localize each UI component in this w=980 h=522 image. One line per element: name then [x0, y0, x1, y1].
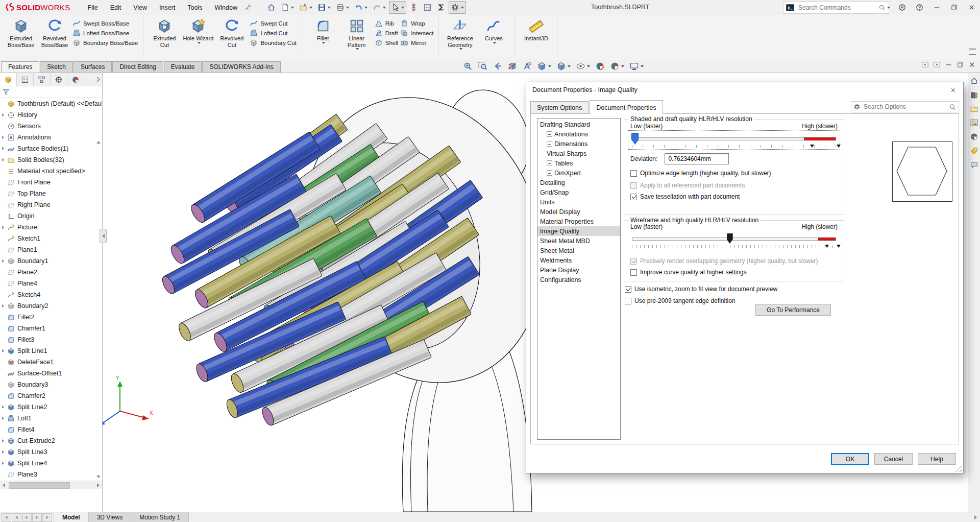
- search-dropdown-icon[interactable]: [887, 7, 890, 9]
- save-dropdown-icon[interactable]: [328, 7, 331, 9]
- ribbon-wrap[interactable]: Wrap: [400, 19, 433, 28]
- save-tessellation-checkbox[interactable]: [630, 194, 637, 200]
- menu-edit[interactable]: Edit: [105, 2, 127, 13]
- save-button[interactable]: [315, 1, 333, 14]
- apply-scene-dropdown-icon[interactable]: [621, 65, 624, 67]
- tree-item-front-plane[interactable]: Front Plane: [0, 177, 102, 188]
- optimize-edge-length-checkbox[interactable]: [630, 170, 637, 177]
- shaded-quality-slider[interactable]: [628, 131, 840, 149]
- tree-item-sketch1[interactable]: Sketch1: [0, 233, 102, 244]
- options-search-icon[interactable]: [949, 103, 957, 111]
- hide-show-items-button[interactable]: [575, 61, 591, 72]
- ribbon-hole-wizard-dropdown-icon[interactable]: [198, 42, 201, 44]
- dialog-tree-item-grid-snap[interactable]: Grid/Snap: [537, 187, 620, 197]
- file-explorer-button[interactable]: [970, 104, 978, 113]
- panel-tab-property-manager[interactable]: [17, 73, 34, 86]
- ribbon-fillet-dropdown-icon[interactable]: [322, 42, 325, 44]
- redo-dropdown-icon[interactable]: [383, 7, 386, 9]
- ribbon-swept-boss-base[interactable]: Swept Boss/Base: [72, 19, 138, 28]
- open-file-button[interactable]: [297, 1, 314, 14]
- rebuild-button[interactable]: [407, 1, 420, 14]
- annotations-visibility-button[interactable]: [521, 61, 533, 72]
- tab-model[interactable]: Model: [54, 512, 89, 522]
- ribbon-extruded-cut[interactable]: Extruded Cut: [149, 17, 180, 48]
- menu-tools[interactable]: Tools: [182, 2, 207, 13]
- nav-next-button[interactable]: [22, 513, 32, 522]
- dialog-tree-item-virtual-sharps[interactable]: Virtual Sharps: [537, 149, 620, 158]
- display-style-dropdown-icon[interactable]: [568, 65, 571, 67]
- tree-item-plane3[interactable]: Plane3: [0, 469, 102, 480]
- expand-plus-icon[interactable]: [547, 160, 552, 166]
- tree-item-split-line2[interactable]: Split Line2: [0, 401, 102, 413]
- edit-appearance-button[interactable]: [594, 61, 606, 72]
- expand-icon[interactable]: [2, 349, 4, 352]
- tree-item-deleteface1[interactable]: DeleteFace1: [0, 357, 102, 368]
- ribbon-reference-geometry[interactable]: Reference Geometry: [444, 17, 476, 50]
- zoom-area-button[interactable]: [477, 61, 488, 72]
- tree-item-solid-bodies-32[interactable]: Solid Bodies(32): [0, 154, 102, 165]
- tree-item-history[interactable]: History: [0, 109, 102, 121]
- ribbon-collapse-icon[interactable]: [969, 49, 976, 55]
- next-window-icon[interactable]: [933, 61, 941, 68]
- tree-item-boundary3[interactable]: Boundary3: [0, 379, 102, 390]
- ribbon-boundary-cut[interactable]: Boundary Cut: [250, 39, 296, 47]
- tab-motion-study-1[interactable]: Motion Study 1: [131, 512, 189, 522]
- section-view-button[interactable]: [506, 61, 518, 72]
- design-library-button[interactable]: [970, 90, 978, 99]
- tree-item-boundary1[interactable]: Boundary1: [0, 255, 102, 267]
- dialog-tree-item-drafting-standard[interactable]: Drafting Standard: [537, 120, 620, 129]
- dialog-tree-item-configurations[interactable]: Configurations: [537, 275, 620, 284]
- ribbon-shell[interactable]: Shell: [375, 39, 399, 47]
- display-style-button[interactable]: [555, 61, 572, 72]
- previous-window-icon[interactable]: [921, 61, 929, 68]
- expand-icon[interactable]: [2, 113, 4, 116]
- apply-scene-button[interactable]: [609, 61, 625, 72]
- ribbon-curves-dropdown-icon[interactable]: [493, 42, 496, 44]
- menu-file[interactable]: File: [83, 2, 103, 13]
- dialog-tree-item-model-display[interactable]: Model Display: [537, 207, 620, 217]
- ribbon-intersect[interactable]: Intersect: [400, 29, 433, 37]
- pre-2009-tangent-checkbox[interactable]: [625, 298, 631, 304]
- ribbon-boundary-boss-base[interactable]: Boundary Boss/Base: [72, 39, 138, 47]
- dialog-tree-item-dimensions[interactable]: Dimensions: [537, 139, 620, 149]
- tree-item-cut-extrude2[interactable]: Cut-Extrude2: [0, 435, 102, 446]
- menu-view[interactable]: View: [128, 2, 152, 13]
- tree-item-annotations[interactable]: Annotations: [0, 132, 102, 143]
- expand-plus-icon[interactable]: [547, 131, 552, 137]
- nav-first-button[interactable]: [2, 513, 11, 522]
- panel-expand-icon[interactable]: [92, 73, 102, 86]
- redo-button[interactable]: [371, 1, 388, 14]
- tree-item-split-line1[interactable]: Split Line1: [0, 345, 102, 357]
- go-to-performance-button[interactable]: Go To Performance: [755, 304, 831, 316]
- tree-scroll-up-icon[interactable]: [96, 141, 101, 144]
- options-search-box[interactable]: [851, 101, 959, 112]
- expand-icon[interactable]: [2, 439, 4, 442]
- doc-restore-icon[interactable]: [957, 61, 964, 68]
- panel-splitter-handle[interactable]: [100, 229, 107, 243]
- tab-3d-views[interactable]: 3D Views: [89, 512, 131, 522]
- expand-icon[interactable]: [2, 462, 4, 465]
- dialog-tree-item-plane-display[interactable]: Plane Display: [537, 265, 620, 275]
- tree-item-origin[interactable]: Origin: [0, 210, 102, 222]
- search-icon[interactable]: [878, 4, 886, 11]
- tree-item-loft1[interactable]: Loft1: [0, 413, 102, 424]
- zoom-fit-button[interactable]: [462, 61, 474, 72]
- expand-icon[interactable]: [2, 406, 4, 409]
- tree-item-split-line3[interactable]: Split Line3: [0, 446, 102, 458]
- expand-icon[interactable]: [2, 158, 4, 161]
- select-dropdown-icon[interactable]: [401, 7, 404, 9]
- tab-document-properties[interactable]: Document Properties: [590, 100, 663, 114]
- tab-direct-editing[interactable]: Direct Editing: [112, 61, 163, 73]
- close-button[interactable]: [963, 0, 980, 15]
- tab-system-options[interactable]: System Options: [530, 101, 589, 114]
- tree-scroll-down-icon[interactable]: [96, 476, 101, 478]
- undo-dropdown-icon[interactable]: [364, 7, 368, 9]
- tree-item-plane4[interactable]: Plane4: [0, 278, 102, 289]
- dialog-tree-item-tables[interactable]: Tables: [537, 158, 620, 168]
- menu-insert[interactable]: Insert: [154, 2, 180, 13]
- tree-item-fillet4[interactable]: Fillet4: [0, 424, 102, 435]
- pin-icon[interactable]: [243, 4, 252, 12]
- ribbon-instant3d[interactable]: Instant3D: [520, 17, 552, 42]
- expand-icon[interactable]: [2, 450, 4, 454]
- search-options-input[interactable]: [863, 103, 949, 111]
